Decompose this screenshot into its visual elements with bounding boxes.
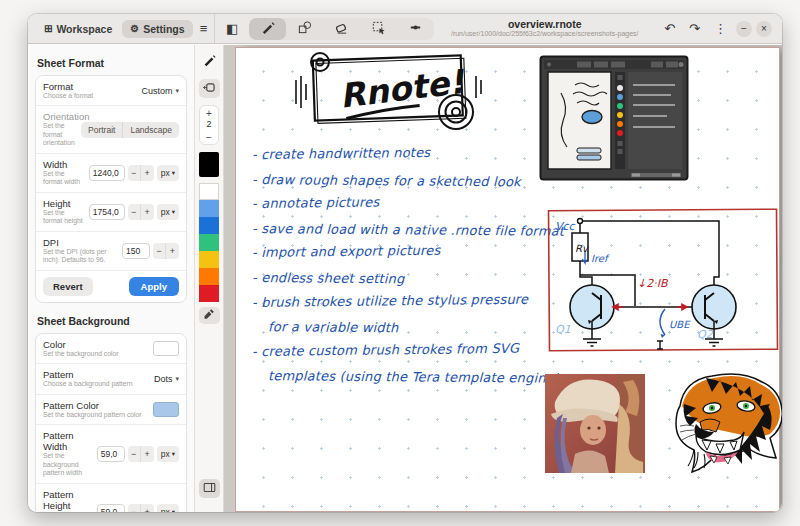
close-button[interactable]: × <box>756 21 772 37</box>
brush-icon <box>260 20 275 38</box>
revert-button[interactable]: Revert <box>43 277 93 296</box>
pattern-row: Pattern Choose a background pattern Dots… <box>36 364 186 394</box>
tiger-drawing <box>650 366 782 482</box>
stroke-eraser-mode-button[interactable] <box>199 79 220 98</box>
format-row: Format Choose a format Custom ▾ <box>36 76 186 106</box>
pattern-height-minus-button[interactable]: − <box>128 504 141 512</box>
canvas-area[interactable]: Rnote! <box>224 45 782 512</box>
height-unit-dropdown[interactable]: px ▾ <box>157 204 179 220</box>
pattern-color-desc: Set the background pattern color <box>43 411 149 419</box>
orientation-label: Orientation <box>43 111 77 122</box>
brush-tool-button[interactable] <box>249 18 286 40</box>
circuit-resistor-label: Rv <box>575 243 589 254</box>
eraser-tool-button[interactable] <box>323 18 360 40</box>
tab-settings[interactable]: ⚙ Settings <box>122 20 192 38</box>
window-title-block: overview.rnote /run/user/1000/doc/255f63… <box>434 19 659 38</box>
height-plus-button[interactable]: + <box>141 204 154 220</box>
document-title: overview.rnote <box>434 19 655 31</box>
selector-tool-button[interactable] <box>360 18 397 40</box>
pattern-width-desc: Set the background pattern width <box>43 452 93 477</box>
chevron-down-icon: ▾ <box>172 169 175 177</box>
width-plus-button[interactable]: + <box>141 165 154 181</box>
tools-tool-button[interactable] <box>397 18 434 40</box>
stroke-width-value: 2 <box>206 119 211 131</box>
color-swatch-yellow[interactable] <box>199 251 219 268</box>
dpi-desc: Set the DPI (dots per inch). Defaults to… <box>43 248 118 265</box>
pattern-height-input[interactable]: 59,0 <box>97 504 125 512</box>
width-desc: Set the format width <box>43 170 85 187</box>
format-dropdown[interactable]: Custom ▾ <box>141 86 179 96</box>
header-right: ↶ ↷ ⋮ − × <box>659 19 782 38</box>
color-swatch-black[interactable] <box>199 152 219 177</box>
note-line: - create handwritten notes <box>252 143 562 171</box>
color-swatch-lightblue[interactable] <box>199 200 219 217</box>
dpi-minus-button[interactable]: − <box>153 243 166 259</box>
circuit-q2-label: Q2 <box>697 328 714 341</box>
height-input[interactable]: 1754,0 <box>89 204 125 220</box>
format-actions-row: Revert Apply <box>36 271 186 302</box>
color-swatch-green[interactable] <box>199 234 219 251</box>
color-swatch-white[interactable] <box>199 183 219 200</box>
width-input[interactable]: 1240,0 <box>89 165 125 181</box>
hide-panel-button[interactable] <box>199 479 220 498</box>
stroke-width-minus-button[interactable]: − <box>206 131 212 143</box>
shaper-tool-button[interactable] <box>286 18 323 40</box>
pattern-height-plus-button[interactable]: + <box>141 504 154 512</box>
document-sheet[interactable]: Rnote! <box>235 47 780 512</box>
width-minus-button[interactable]: − <box>128 165 141 181</box>
pattern-height-unit-dropdown[interactable]: px ▾ <box>157 504 179 512</box>
pattern-dropdown[interactable]: Dots ▾ <box>154 374 179 384</box>
shapes-icon <box>297 20 312 38</box>
handwritten-notes: - create handwritten notes - draw rough … <box>252 147 562 393</box>
stroke-width-stepper: + 2 − <box>199 105 219 145</box>
header-left: ⊞ Workspace ⚙ Settings ≡ <box>28 19 214 38</box>
dpi-label: DPI <box>43 237 118 248</box>
height-desc: Set the format height <box>43 209 85 226</box>
background-color-swatch[interactable] <box>153 341 179 356</box>
undo-button[interactable]: ↶ <box>659 19 680 38</box>
circuit-diagram-sketch: Vcc Rv Iref ↓2·IB UBE Q1 Q2 <box>547 205 780 355</box>
color-swatch-blue[interactable] <box>199 217 219 234</box>
pattern-width-plus-button[interactable]: + <box>141 446 154 462</box>
landscape-button[interactable]: Landscape <box>123 122 179 138</box>
stroke-width-plus-button[interactable]: + <box>206 107 212 119</box>
pattern-color-row: Pattern Color Set the background pattern… <box>36 395 186 425</box>
pattern-color-label: Pattern Color <box>43 400 149 411</box>
dpi-input[interactable]: 150 <box>122 243 150 259</box>
hamburger-menu-button[interactable]: ≡ <box>195 19 213 38</box>
chevron-down-icon: ▾ <box>172 450 175 458</box>
color-swatch-red[interactable] <box>199 285 219 302</box>
settings-sidebar: Sheet Format Format Choose a format Cust… <box>28 45 195 512</box>
portrait-button[interactable]: Portrait <box>81 122 123 138</box>
lena-photo <box>545 374 645 473</box>
sidebar-toggle-button[interactable]: ◧ <box>221 19 243 38</box>
panel-toggle-icon <box>203 481 216 496</box>
chevron-down-icon: ▾ <box>175 87 179 95</box>
pattern-height-label: Pattern Height <box>43 489 93 511</box>
width-unit-dropdown[interactable]: px ▾ <box>157 165 179 181</box>
background-color-row: Color Set the background color <box>36 334 186 364</box>
dpi-plus-button[interactable]: + <box>166 243 179 259</box>
pattern-width-unit-dropdown[interactable]: px ▾ <box>157 446 179 462</box>
pattern-width-input[interactable]: 59,0 <box>97 446 125 462</box>
pattern-label: Pattern <box>43 369 150 380</box>
minimize-button[interactable]: − <box>736 21 752 37</box>
redo-button[interactable]: ↷ <box>684 19 705 38</box>
tab-workspace[interactable]: ⊞ Workspace <box>36 20 120 38</box>
app-menu-button[interactable]: ⋮ <box>709 19 732 38</box>
workspace-icon: ⊞ <box>44 23 52 34</box>
lasso-selector-icon <box>371 20 386 38</box>
format-label: Format <box>43 81 137 92</box>
note-line: - annotate pictures <box>252 192 562 220</box>
sheet-format-card: Format Choose a format Custom ▾ Orientat… <box>35 75 187 303</box>
pen-toolbar <box>249 18 434 40</box>
height-minus-button[interactable]: − <box>128 204 141 220</box>
width-row: Width Set the format width 1240,0 − + px… <box>36 154 186 193</box>
apply-button[interactable]: Apply <box>129 277 179 296</box>
color-swatch-orange[interactable] <box>199 268 219 285</box>
color-picker-button[interactable] <box>199 307 220 324</box>
pattern-color-swatch[interactable] <box>153 402 179 417</box>
circuit-q1-label: Q1 <box>555 323 571 336</box>
note-line: - import and export pictures <box>252 242 562 270</box>
pattern-width-minus-button[interactable]: − <box>128 446 141 462</box>
